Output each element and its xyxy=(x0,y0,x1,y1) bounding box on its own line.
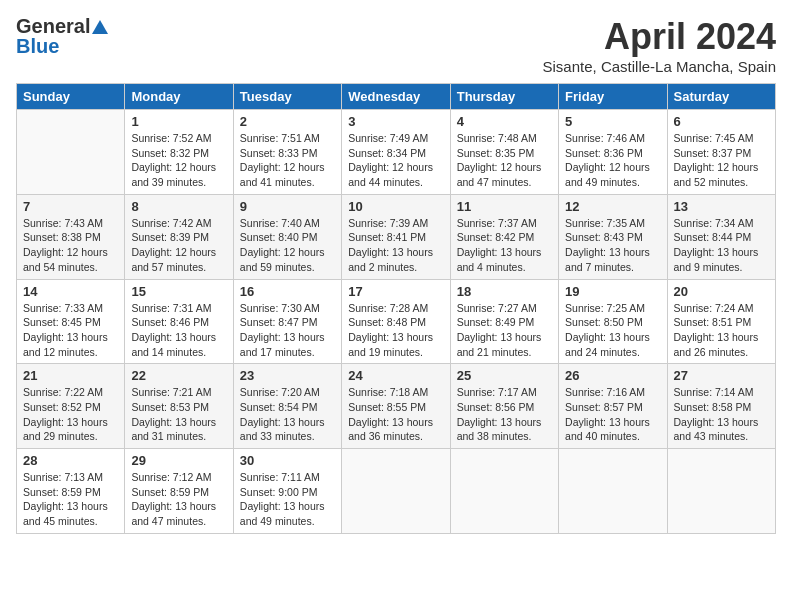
day-info: Sunrise: 7:24 AM Sunset: 8:51 PM Dayligh… xyxy=(674,301,769,360)
day-cell: 18Sunrise: 7:27 AM Sunset: 8:49 PM Dayli… xyxy=(450,279,558,364)
calendar-table: SundayMondayTuesdayWednesdayThursdayFrid… xyxy=(16,83,776,534)
day-info: Sunrise: 7:49 AM Sunset: 8:34 PM Dayligh… xyxy=(348,131,443,190)
day-info: Sunrise: 7:22 AM Sunset: 8:52 PM Dayligh… xyxy=(23,385,118,444)
day-info: Sunrise: 7:30 AM Sunset: 8:47 PM Dayligh… xyxy=(240,301,335,360)
title-area: April 2024 Sisante, Castille-La Mancha, … xyxy=(543,16,776,75)
day-number: 28 xyxy=(23,453,118,468)
day-cell: 9Sunrise: 7:40 AM Sunset: 8:40 PM Daylig… xyxy=(233,194,341,279)
day-cell: 27Sunrise: 7:14 AM Sunset: 8:58 PM Dayli… xyxy=(667,364,775,449)
day-info: Sunrise: 7:48 AM Sunset: 8:35 PM Dayligh… xyxy=(457,131,552,190)
day-info: Sunrise: 7:45 AM Sunset: 8:37 PM Dayligh… xyxy=(674,131,769,190)
day-info: Sunrise: 7:28 AM Sunset: 8:48 PM Dayligh… xyxy=(348,301,443,360)
week-row-5: 28Sunrise: 7:13 AM Sunset: 8:59 PM Dayli… xyxy=(17,449,776,534)
header-row: SundayMondayTuesdayWednesdayThursdayFrid… xyxy=(17,84,776,110)
week-row-3: 14Sunrise: 7:33 AM Sunset: 8:45 PM Dayli… xyxy=(17,279,776,364)
day-cell: 17Sunrise: 7:28 AM Sunset: 8:48 PM Dayli… xyxy=(342,279,450,364)
day-info: Sunrise: 7:18 AM Sunset: 8:55 PM Dayligh… xyxy=(348,385,443,444)
day-info: Sunrise: 7:11 AM Sunset: 9:00 PM Dayligh… xyxy=(240,470,335,529)
day-cell: 2Sunrise: 7:51 AM Sunset: 8:33 PM Daylig… xyxy=(233,110,341,195)
day-number: 26 xyxy=(565,368,660,383)
day-number: 2 xyxy=(240,114,335,129)
day-cell xyxy=(342,449,450,534)
day-number: 21 xyxy=(23,368,118,383)
calendar-header: SundayMondayTuesdayWednesdayThursdayFrid… xyxy=(17,84,776,110)
day-info: Sunrise: 7:16 AM Sunset: 8:57 PM Dayligh… xyxy=(565,385,660,444)
week-row-4: 21Sunrise: 7:22 AM Sunset: 8:52 PM Dayli… xyxy=(17,364,776,449)
day-cell: 28Sunrise: 7:13 AM Sunset: 8:59 PM Dayli… xyxy=(17,449,125,534)
month-title: April 2024 xyxy=(543,16,776,58)
day-info: Sunrise: 7:25 AM Sunset: 8:50 PM Dayligh… xyxy=(565,301,660,360)
day-cell: 29Sunrise: 7:12 AM Sunset: 8:59 PM Dayli… xyxy=(125,449,233,534)
day-number: 25 xyxy=(457,368,552,383)
day-number: 30 xyxy=(240,453,335,468)
day-header-wednesday: Wednesday xyxy=(342,84,450,110)
day-cell: 21Sunrise: 7:22 AM Sunset: 8:52 PM Dayli… xyxy=(17,364,125,449)
day-number: 3 xyxy=(348,114,443,129)
logo-blue: Blue xyxy=(16,36,108,56)
day-cell xyxy=(450,449,558,534)
logo-text: General xyxy=(16,16,108,36)
day-number: 6 xyxy=(674,114,769,129)
day-cell: 3Sunrise: 7:49 AM Sunset: 8:34 PM Daylig… xyxy=(342,110,450,195)
day-number: 16 xyxy=(240,284,335,299)
day-cell: 16Sunrise: 7:30 AM Sunset: 8:47 PM Dayli… xyxy=(233,279,341,364)
day-number: 24 xyxy=(348,368,443,383)
day-cell: 25Sunrise: 7:17 AM Sunset: 8:56 PM Dayli… xyxy=(450,364,558,449)
day-number: 20 xyxy=(674,284,769,299)
day-cell: 12Sunrise: 7:35 AM Sunset: 8:43 PM Dayli… xyxy=(559,194,667,279)
day-header-saturday: Saturday xyxy=(667,84,775,110)
day-number: 27 xyxy=(674,368,769,383)
day-header-tuesday: Tuesday xyxy=(233,84,341,110)
day-number: 5 xyxy=(565,114,660,129)
day-cell: 4Sunrise: 7:48 AM Sunset: 8:35 PM Daylig… xyxy=(450,110,558,195)
day-number: 15 xyxy=(131,284,226,299)
day-info: Sunrise: 7:42 AM Sunset: 8:39 PM Dayligh… xyxy=(131,216,226,275)
header: General Blue April 2024 Sisante, Castill… xyxy=(16,16,776,75)
day-cell: 8Sunrise: 7:42 AM Sunset: 8:39 PM Daylig… xyxy=(125,194,233,279)
week-row-1: 1Sunrise: 7:52 AM Sunset: 8:32 PM Daylig… xyxy=(17,110,776,195)
logo-icon xyxy=(92,20,108,34)
day-number: 17 xyxy=(348,284,443,299)
day-number: 1 xyxy=(131,114,226,129)
day-header-friday: Friday xyxy=(559,84,667,110)
day-number: 12 xyxy=(565,199,660,214)
day-info: Sunrise: 7:37 AM Sunset: 8:42 PM Dayligh… xyxy=(457,216,552,275)
day-cell xyxy=(17,110,125,195)
day-cell: 7Sunrise: 7:43 AM Sunset: 8:38 PM Daylig… xyxy=(17,194,125,279)
day-number: 4 xyxy=(457,114,552,129)
day-cell: 30Sunrise: 7:11 AM Sunset: 9:00 PM Dayli… xyxy=(233,449,341,534)
day-info: Sunrise: 7:21 AM Sunset: 8:53 PM Dayligh… xyxy=(131,385,226,444)
week-row-2: 7Sunrise: 7:43 AM Sunset: 8:38 PM Daylig… xyxy=(17,194,776,279)
day-info: Sunrise: 7:12 AM Sunset: 8:59 PM Dayligh… xyxy=(131,470,226,529)
day-info: Sunrise: 7:35 AM Sunset: 8:43 PM Dayligh… xyxy=(565,216,660,275)
day-header-monday: Monday xyxy=(125,84,233,110)
day-info: Sunrise: 7:17 AM Sunset: 8:56 PM Dayligh… xyxy=(457,385,552,444)
calendar-body: 1Sunrise: 7:52 AM Sunset: 8:32 PM Daylig… xyxy=(17,110,776,534)
day-cell: 10Sunrise: 7:39 AM Sunset: 8:41 PM Dayli… xyxy=(342,194,450,279)
day-number: 10 xyxy=(348,199,443,214)
day-cell: 26Sunrise: 7:16 AM Sunset: 8:57 PM Dayli… xyxy=(559,364,667,449)
day-info: Sunrise: 7:43 AM Sunset: 8:38 PM Dayligh… xyxy=(23,216,118,275)
day-header-sunday: Sunday xyxy=(17,84,125,110)
day-info: Sunrise: 7:34 AM Sunset: 8:44 PM Dayligh… xyxy=(674,216,769,275)
day-info: Sunrise: 7:27 AM Sunset: 8:49 PM Dayligh… xyxy=(457,301,552,360)
day-info: Sunrise: 7:39 AM Sunset: 8:41 PM Dayligh… xyxy=(348,216,443,275)
day-cell: 20Sunrise: 7:24 AM Sunset: 8:51 PM Dayli… xyxy=(667,279,775,364)
day-number: 13 xyxy=(674,199,769,214)
day-info: Sunrise: 7:40 AM Sunset: 8:40 PM Dayligh… xyxy=(240,216,335,275)
day-info: Sunrise: 7:52 AM Sunset: 8:32 PM Dayligh… xyxy=(131,131,226,190)
day-number: 22 xyxy=(131,368,226,383)
day-number: 7 xyxy=(23,199,118,214)
day-number: 29 xyxy=(131,453,226,468)
day-cell xyxy=(667,449,775,534)
day-number: 23 xyxy=(240,368,335,383)
day-info: Sunrise: 7:51 AM Sunset: 8:33 PM Dayligh… xyxy=(240,131,335,190)
day-number: 8 xyxy=(131,199,226,214)
day-cell: 19Sunrise: 7:25 AM Sunset: 8:50 PM Dayli… xyxy=(559,279,667,364)
day-info: Sunrise: 7:46 AM Sunset: 8:36 PM Dayligh… xyxy=(565,131,660,190)
day-number: 14 xyxy=(23,284,118,299)
day-cell: 5Sunrise: 7:46 AM Sunset: 8:36 PM Daylig… xyxy=(559,110,667,195)
day-number: 18 xyxy=(457,284,552,299)
day-cell: 14Sunrise: 7:33 AM Sunset: 8:45 PM Dayli… xyxy=(17,279,125,364)
day-cell: 22Sunrise: 7:21 AM Sunset: 8:53 PM Dayli… xyxy=(125,364,233,449)
